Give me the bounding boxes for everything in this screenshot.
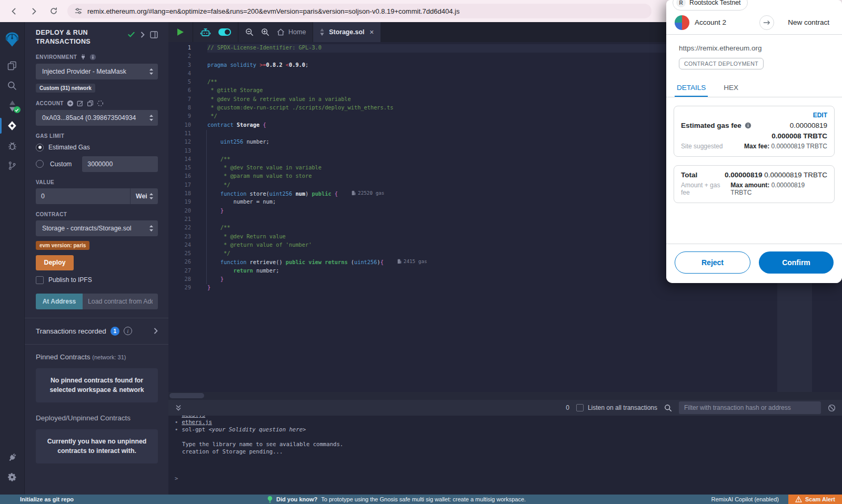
file-explorer-icon[interactable] <box>0 56 25 76</box>
line-number[interactable]: 13 <box>168 147 198 156</box>
terminal-output[interactable]: •web3.js •ethers.js •sol-gpt <your Solid… <box>168 416 842 495</box>
reject-button[interactable]: Reject <box>675 251 750 274</box>
line-number[interactable]: 20 <box>168 207 198 216</box>
line-number[interactable]: 7 <box>168 96 198 104</box>
line-number[interactable]: 14 <box>168 156 198 164</box>
search-icon[interactable] <box>0 76 25 96</box>
copilot-status[interactable]: RemixAI Copilot (enabled) <box>711 496 779 502</box>
account-select[interactable]: 0xA03...85ac4 (0.398673504934 <box>36 110 158 126</box>
line-number[interactable]: 11 <box>168 130 198 138</box>
back-icon[interactable] <box>7 5 20 17</box>
tab-hex[interactable]: HEX <box>721 79 740 97</box>
line-number[interactable]: 18 <box>168 190 198 198</box>
custom-gas-option[interactable]: Custom <box>36 156 158 172</box>
forward-icon[interactable] <box>27 5 40 17</box>
at-address-button[interactable]: At Address <box>36 294 83 309</box>
zoom-out-icon[interactable] <box>245 28 254 36</box>
code-line[interactable]: } <box>207 284 842 293</box>
deploy-button[interactable]: Deploy <box>36 255 74 270</box>
horizontal-scrollbar[interactable] <box>168 392 842 400</box>
info-icon[interactable] <box>89 54 96 61</box>
line-number[interactable]: 8 <box>168 104 198 113</box>
collapse-terminal-icon[interactable] <box>175 404 182 411</box>
line-number[interactable]: 1 <box>168 44 198 53</box>
confirm-button[interactable]: Confirm <box>759 251 834 274</box>
debugger-icon[interactable] <box>0 136 25 156</box>
clear-console-icon[interactable] <box>828 404 836 412</box>
line-number[interactable]: 28 <box>168 276 198 284</box>
line-number[interactable]: 16 <box>168 173 198 181</box>
terminal-list-item[interactable]: •ethers.js <box>175 418 842 426</box>
total-card: Total 0.00000819 0.00000819 TRBTC Amount… <box>674 165 835 203</box>
estimated-gas-radio[interactable] <box>36 144 44 152</box>
publish-ipfs-option[interactable]: Publish to IPFS <box>36 276 158 284</box>
terminal-prompt[interactable]: > <box>175 475 842 482</box>
ai-copilot-robot-icon[interactable] <box>200 28 211 37</box>
line-number[interactable]: 24 <box>168 241 198 250</box>
tab-details[interactable]: DETAILS <box>675 79 708 97</box>
line-number[interactable]: 29 <box>168 284 198 293</box>
line-number[interactable]: 26 <box>168 258 198 267</box>
scam-alert-button[interactable]: Scam Alert <box>788 495 842 504</box>
publish-ipfs-checkbox[interactable] <box>36 276 44 284</box>
custom-gas-radio[interactable] <box>36 160 44 168</box>
reload-icon[interactable] <box>47 5 60 17</box>
edit-gas-link[interactable]: EDIT <box>681 112 827 119</box>
close-tab-icon[interactable]: × <box>369 28 374 36</box>
add-account-icon[interactable] <box>67 100 74 107</box>
deploy-run-icon[interactable] <box>0 116 25 136</box>
line-number[interactable]: 4 <box>168 70 198 78</box>
settings-icon[interactable] <box>0 467 25 487</box>
listen-all-transactions[interactable]: Listen on all transactions <box>576 404 657 411</box>
plugin-manager-icon[interactable] <box>0 447 25 467</box>
transactions-expand-icon[interactable] <box>154 328 158 334</box>
custom-gas-input[interactable] <box>82 156 158 172</box>
git-icon[interactable] <box>0 156 25 176</box>
line-number[interactable]: 3 <box>168 62 198 70</box>
line-number[interactable]: 17 <box>168 182 198 190</box>
at-address-input[interactable] <box>83 294 158 309</box>
git-init-status[interactable]: Initialize as git repo <box>20 496 74 502</box>
solidity-compiler-icon[interactable] <box>0 96 25 116</box>
ai-copilot-toggle[interactable] <box>218 28 231 36</box>
line-number[interactable]: 22 <box>168 224 198 233</box>
line-number[interactable]: 23 <box>168 233 198 241</box>
line-number[interactable]: 21 <box>168 216 198 224</box>
address-bar[interactable]: remix.ethereum.org/#lang=en&optimize=fal… <box>67 4 651 18</box>
contract-select[interactable]: Storage - contracts/Storage.sol <box>36 220 158 236</box>
network-pill[interactable]: R Rootstock Testnet <box>673 0 748 11</box>
chevron-right-icon[interactable] <box>141 32 145 38</box>
run-script-icon[interactable] <box>177 28 184 36</box>
tab-storage-sol[interactable]: Storage.sol × <box>313 22 380 42</box>
terminal-search-icon[interactable] <box>664 404 672 412</box>
plug-icon[interactable] <box>80 54 86 60</box>
terminal-filter-input[interactable] <box>679 401 821 414</box>
line-number[interactable]: 2 <box>168 53 198 61</box>
total-currency: 0.00000819 TRBTC <box>764 171 827 179</box>
info-icon[interactable] <box>745 122 751 129</box>
line-number[interactable]: 27 <box>168 267 198 276</box>
line-number[interactable]: 5 <box>168 78 198 87</box>
line-number[interactable]: 25 <box>168 250 198 258</box>
environment-select[interactable]: Injected Provider - MetaMask <box>36 64 158 79</box>
line-number[interactable]: 6 <box>168 87 198 95</box>
sign-message-icon[interactable] <box>77 100 84 107</box>
estimated-gas-option[interactable]: Estimated Gas <box>36 144 158 152</box>
line-number[interactable]: 15 <box>168 164 198 173</box>
account-avatar <box>675 15 689 30</box>
copy-account-icon[interactable] <box>87 100 94 107</box>
pin-panel-icon[interactable] <box>150 31 158 38</box>
line-number[interactable]: 9 <box>168 113 198 121</box>
value-unit-select[interactable]: Wei <box>130 188 158 204</box>
line-number[interactable]: 10 <box>168 122 198 130</box>
line-number[interactable]: 19 <box>168 198 198 207</box>
transactions-recorded[interactable]: Transactions recorded 1 i <box>36 318 158 344</box>
scrollbar-thumb[interactable] <box>169 393 204 398</box>
home-tab[interactable]: Home <box>277 28 306 36</box>
transactions-info-icon[interactable]: i <box>124 327 132 335</box>
remix-logo-icon[interactable] <box>0 27 25 52</box>
listen-checkbox[interactable] <box>576 404 584 411</box>
value-input[interactable] <box>36 188 130 204</box>
line-number[interactable]: 12 <box>168 138 198 147</box>
zoom-in-icon[interactable] <box>261 28 269 36</box>
